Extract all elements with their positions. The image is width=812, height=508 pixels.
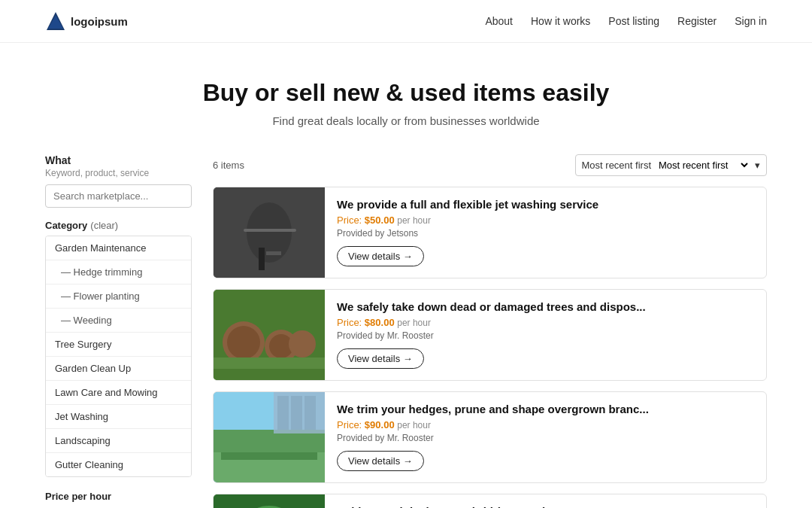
listing-image [214,494,325,508]
listing-body: We safely take down dead or damaged tree… [325,290,766,380]
category-item[interactable]: Garden Maintenance [46,236,191,260]
listing-provider: Provided by Jetsons [337,228,754,239]
listing-body: We provide a full and flexible jet washi… [325,187,766,278]
search-input[interactable] [45,184,192,208]
listing-image [214,290,325,380]
listing-price: Price: $90.00 per hour [337,419,754,430]
listing-body: We trim your hedges, prune and shape ove… [325,392,766,482]
main-content: 6 items Most recent first Most recent fi… [213,154,767,508]
listing-title: We trim your hedges, prune and shape ove… [337,403,754,415]
listing-card: We trim your hedges, prune and shape ove… [213,391,767,483]
page-layout: What Keyword, product, service Category … [0,154,812,508]
svg-rect-19 [221,452,317,460]
listing-image [214,392,325,482]
what-section: What Keyword, product, service [45,154,192,208]
price-unit: per hour [397,318,431,328]
category-item[interactable]: Lawn Care and Mowing [46,381,191,405]
nav-how-it-works[interactable]: How it works [531,15,590,27]
category-item[interactable]: — Weeding [46,309,191,333]
nav-post-listing[interactable]: Post listing [608,15,659,27]
main-header: 6 items Most recent first Most recent fi… [213,154,767,176]
listing-price: Price: $50.00 per hour [337,214,754,226]
hero-subtitle: Find great deals locally or from busines… [15,114,797,127]
category-item[interactable]: Jet Washing [46,405,191,429]
listing-card: We safely take down dead or damaged tree… [213,289,767,381]
nav-sign-in[interactable]: Sign in [735,15,767,27]
listing-provider: Provided by Mr. Rooster [337,330,754,341]
price-unit: per hour [397,215,431,226]
svg-rect-7 [244,229,296,232]
sort-select-input[interactable]: Most recent first Price: Low to High Pri… [656,159,750,172]
price-section: Price per hour Search [45,491,192,508]
category-list: Garden Maintenance— Hedge trimming— Flow… [45,236,192,477]
listing-image [214,187,325,278]
hero-section: Buy or sell new & used items easily Find… [0,43,812,154]
logo-text: logoipsum [71,15,128,28]
category-clear[interactable]: (clear) [90,220,118,231]
listing-card: We provide a full and flexible jet washi… [213,187,767,278]
listing-title: We provide a full and flexible jet washi… [337,198,754,211]
category-item[interactable]: Tree Surgery [46,333,191,357]
price-label: Price per hour [45,491,192,502]
sort-control[interactable]: Most recent first Most recent first Pric… [575,154,767,176]
chevron-down-icon: ▾ [755,160,760,171]
view-details-button[interactable]: View details → [337,246,424,266]
category-item[interactable]: — Flower planting [46,284,191,309]
price-unit: per hour [397,420,431,430]
listing-card: Cabbage 'Minicole' F1 Hybrid (Autumn) Pr… [213,494,767,508]
svg-rect-23 [304,396,316,430]
hero-title: Buy or sell new & used items easily [15,79,797,107]
sort-label: Most recent first [582,160,651,171]
items-count: 6 items [213,160,244,171]
logo[interactable]: logoipsum [45,11,128,32]
nav-links: About How it works Post listing Register… [485,15,767,27]
svg-rect-15 [214,369,325,380]
sidebar: What Keyword, product, service Category … [45,154,192,508]
category-item[interactable]: Garden Clean Up [46,357,191,381]
navbar: logoipsum About How it works Post listin… [0,0,812,43]
nav-register[interactable]: Register [677,15,717,27]
svg-rect-22 [291,396,302,430]
svg-rect-21 [277,396,289,430]
svg-rect-5 [266,251,281,255]
nav-about[interactable]: About [485,15,513,27]
svg-marker-1 [48,15,63,29]
category-item[interactable]: Landscaping [46,429,191,453]
listing-title: Cabbage 'Minicole' F1 Hybrid (Autumn) [337,505,754,508]
listing-price: Price: $80.00 per hour [337,317,754,328]
what-label: What [45,154,192,166]
svg-point-10 [227,326,260,359]
listings-container: We provide a full and flexible jet washi… [213,187,767,508]
svg-point-13 [289,330,316,357]
listing-title: We safely take down dead or damaged tree… [337,300,754,313]
category-label: Category (clear) [45,220,192,231]
listing-provider: Provided by Mr. Rooster [337,433,754,443]
logo-icon [45,11,66,32]
search-input-wrap [45,184,192,208]
what-sub: Keyword, product, service [45,168,192,178]
category-item[interactable]: Gutter Cleaning [46,453,191,476]
listing-body: Cabbage 'Minicole' F1 Hybrid (Autumn) Pr… [325,494,766,508]
view-details-button[interactable]: View details → [337,451,424,471]
category-item[interactable]: — Hedge trimming [46,260,191,284]
view-details-button[interactable]: View details → [337,348,424,369]
svg-rect-4 [259,248,265,270]
